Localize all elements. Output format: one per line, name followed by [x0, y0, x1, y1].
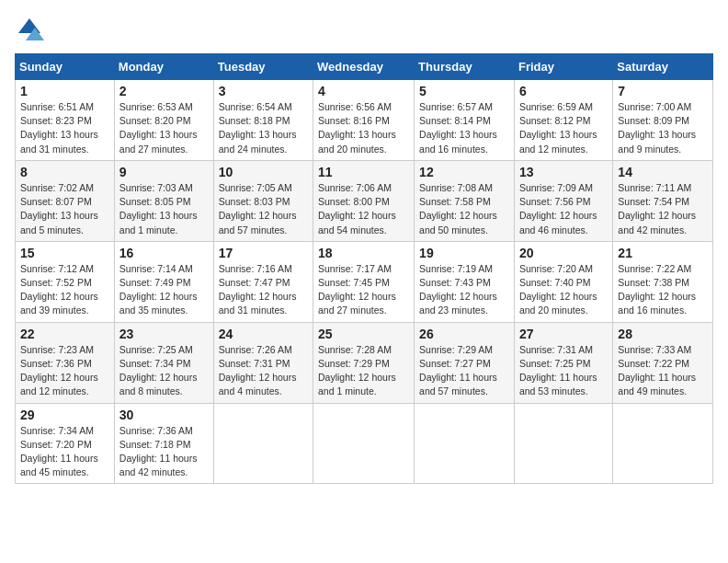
calendar-cell: 20Sunrise: 7:20 AMSunset: 7:40 PMDayligh… [514, 241, 612, 322]
day-info: Sunrise: 7:00 AMSunset: 8:09 PMDaylight:… [618, 100, 708, 156]
calendar-cell: 11Sunrise: 7:06 AMSunset: 8:00 PMDayligh… [313, 160, 415, 241]
day-number: 25 [318, 327, 409, 341]
day-number: 15 [20, 246, 109, 260]
day-number: 3 [219, 84, 308, 98]
calendar-week-row: 29Sunrise: 7:34 AMSunset: 7:20 PMDayligh… [16, 403, 713, 484]
day-number: 29 [20, 408, 109, 422]
calendar-week-row: 15Sunrise: 7:12 AMSunset: 7:52 PMDayligh… [16, 241, 713, 322]
calendar-cell: 17Sunrise: 7:16 AMSunset: 7:47 PMDayligh… [213, 241, 313, 322]
day-info: Sunrise: 7:26 AMSunset: 7:31 PMDaylight:… [219, 343, 308, 399]
day-info: Sunrise: 7:20 AMSunset: 7:40 PMDaylight:… [519, 262, 608, 318]
calendar-cell: 30Sunrise: 7:36 AMSunset: 7:18 PMDayligh… [114, 403, 213, 484]
header-wednesday: Wednesday [313, 54, 415, 80]
calendar-cell: 9Sunrise: 7:03 AMSunset: 8:05 PMDaylight… [114, 160, 213, 241]
header-friday: Friday [514, 54, 612, 80]
day-number: 20 [519, 246, 608, 260]
header-thursday: Thursday [415, 54, 515, 80]
day-info: Sunrise: 7:14 AMSunset: 7:49 PMDaylight:… [119, 262, 209, 318]
calendar-cell: 13Sunrise: 7:09 AMSunset: 7:56 PMDayligh… [514, 160, 612, 241]
calendar-cell: 7Sunrise: 7:00 AMSunset: 8:09 PMDaylight… [613, 80, 713, 161]
calendar-cell [213, 403, 313, 484]
calendar-cell: 10Sunrise: 7:05 AMSunset: 8:03 PMDayligh… [213, 160, 313, 241]
day-info: Sunrise: 7:17 AMSunset: 7:45 PMDaylight:… [318, 262, 409, 318]
calendar-cell: 1Sunrise: 6:51 AMSunset: 8:23 PMDaylight… [16, 80, 115, 161]
header-tuesday: Tuesday [213, 54, 313, 80]
calendar-cell: 23Sunrise: 7:25 AMSunset: 7:34 PMDayligh… [114, 322, 213, 403]
calendar-cell: 25Sunrise: 7:28 AMSunset: 7:29 PMDayligh… [313, 322, 415, 403]
day-info: Sunrise: 6:56 AMSunset: 8:16 PMDaylight:… [318, 100, 409, 156]
calendar-cell: 27Sunrise: 7:31 AMSunset: 7:25 PMDayligh… [514, 322, 612, 403]
day-number: 6 [519, 84, 608, 98]
calendar-cell: 12Sunrise: 7:08 AMSunset: 7:58 PMDayligh… [415, 160, 515, 241]
calendar-cell: 24Sunrise: 7:26 AMSunset: 7:31 PMDayligh… [213, 322, 313, 403]
page-header [15, 15, 713, 44]
calendar-cell: 3Sunrise: 6:54 AMSunset: 8:18 PMDaylight… [213, 80, 313, 161]
day-info: Sunrise: 7:16 AMSunset: 7:47 PMDaylight:… [219, 262, 308, 318]
calendar-cell: 14Sunrise: 7:11 AMSunset: 7:54 PMDayligh… [613, 160, 713, 241]
calendar-cell [613, 403, 713, 484]
day-number: 19 [419, 246, 509, 260]
day-info: Sunrise: 7:11 AMSunset: 7:54 PMDaylight:… [618, 181, 708, 237]
day-number: 22 [20, 327, 109, 341]
calendar-cell: 15Sunrise: 7:12 AMSunset: 7:52 PMDayligh… [16, 241, 115, 322]
day-number: 18 [318, 246, 409, 260]
calendar-cell [514, 403, 612, 484]
calendar-week-row: 22Sunrise: 7:23 AMSunset: 7:36 PMDayligh… [16, 322, 713, 403]
day-info: Sunrise: 7:23 AMSunset: 7:36 PMDaylight:… [20, 343, 109, 399]
day-info: Sunrise: 7:02 AMSunset: 8:07 PMDaylight:… [20, 181, 109, 237]
day-info: Sunrise: 6:57 AMSunset: 8:14 PMDaylight:… [419, 100, 509, 156]
calendar-cell: 28Sunrise: 7:33 AMSunset: 7:22 PMDayligh… [613, 322, 713, 403]
calendar-header-row: SundayMondayTuesdayWednesdayThursdayFrid… [16, 54, 713, 80]
calendar-cell: 5Sunrise: 6:57 AMSunset: 8:14 PMDaylight… [415, 80, 515, 161]
calendar-cell: 29Sunrise: 7:34 AMSunset: 7:20 PMDayligh… [16, 403, 115, 484]
calendar-cell: 6Sunrise: 6:59 AMSunset: 8:12 PMDaylight… [514, 80, 612, 161]
day-number: 1 [20, 84, 109, 98]
day-info: Sunrise: 6:53 AMSunset: 8:20 PMDaylight:… [119, 100, 209, 156]
day-number: 11 [318, 165, 409, 179]
day-number: 5 [419, 84, 509, 98]
calendar-cell: 18Sunrise: 7:17 AMSunset: 7:45 PMDayligh… [313, 241, 415, 322]
day-info: Sunrise: 7:36 AMSunset: 7:18 PMDaylight:… [119, 424, 209, 480]
day-number: 10 [219, 165, 308, 179]
day-info: Sunrise: 7:06 AMSunset: 8:00 PMDaylight:… [318, 181, 409, 237]
calendar-cell: 2Sunrise: 6:53 AMSunset: 8:20 PMDaylight… [114, 80, 213, 161]
day-info: Sunrise: 7:09 AMSunset: 7:56 PMDaylight:… [519, 181, 608, 237]
day-info: Sunrise: 7:08 AMSunset: 7:58 PMDaylight:… [419, 181, 509, 237]
calendar-cell: 16Sunrise: 7:14 AMSunset: 7:49 PMDayligh… [114, 241, 213, 322]
header-sunday: Sunday [16, 54, 115, 80]
calendar-cell: 8Sunrise: 7:02 AMSunset: 8:07 PMDaylight… [16, 160, 115, 241]
day-number: 28 [618, 327, 708, 341]
day-info: Sunrise: 7:29 AMSunset: 7:27 PMDaylight:… [419, 343, 509, 399]
day-number: 16 [119, 246, 209, 260]
day-info: Sunrise: 6:59 AMSunset: 8:12 PMDaylight:… [519, 100, 608, 156]
day-info: Sunrise: 7:12 AMSunset: 7:52 PMDaylight:… [20, 262, 109, 318]
day-info: Sunrise: 6:51 AMSunset: 8:23 PMDaylight:… [20, 100, 109, 156]
calendar-cell: 21Sunrise: 7:22 AMSunset: 7:38 PMDayligh… [613, 241, 713, 322]
calendar-cell: 26Sunrise: 7:29 AMSunset: 7:27 PMDayligh… [415, 322, 515, 403]
day-number: 9 [119, 165, 209, 179]
day-info: Sunrise: 7:22 AMSunset: 7:38 PMDaylight:… [618, 262, 708, 318]
calendar-week-row: 1Sunrise: 6:51 AMSunset: 8:23 PMDaylight… [16, 80, 713, 161]
day-number: 12 [419, 165, 509, 179]
day-number: 13 [519, 165, 608, 179]
day-number: 4 [318, 84, 409, 98]
day-info: Sunrise: 7:25 AMSunset: 7:34 PMDaylight:… [119, 343, 209, 399]
day-info: Sunrise: 6:54 AMSunset: 8:18 PMDaylight:… [219, 100, 308, 156]
day-number: 14 [618, 165, 708, 179]
day-info: Sunrise: 7:28 AMSunset: 7:29 PMDaylight:… [318, 343, 409, 399]
day-info: Sunrise: 7:31 AMSunset: 7:25 PMDaylight:… [519, 343, 608, 399]
day-number: 2 [119, 84, 209, 98]
day-info: Sunrise: 7:19 AMSunset: 7:43 PMDaylight:… [419, 262, 509, 318]
calendar-cell [415, 403, 515, 484]
day-info: Sunrise: 7:34 AMSunset: 7:20 PMDaylight:… [20, 424, 109, 480]
calendar-cell [313, 403, 415, 484]
calendar-week-row: 8Sunrise: 7:02 AMSunset: 8:07 PMDaylight… [16, 160, 713, 241]
calendar-cell: 19Sunrise: 7:19 AMSunset: 7:43 PMDayligh… [415, 241, 515, 322]
day-number: 24 [219, 327, 308, 341]
day-number: 7 [618, 84, 708, 98]
day-number: 17 [219, 246, 308, 260]
day-number: 21 [618, 246, 708, 260]
logo-icon [15, 15, 44, 44]
logo [15, 15, 50, 44]
calendar-cell: 4Sunrise: 6:56 AMSunset: 8:16 PMDaylight… [313, 80, 415, 161]
